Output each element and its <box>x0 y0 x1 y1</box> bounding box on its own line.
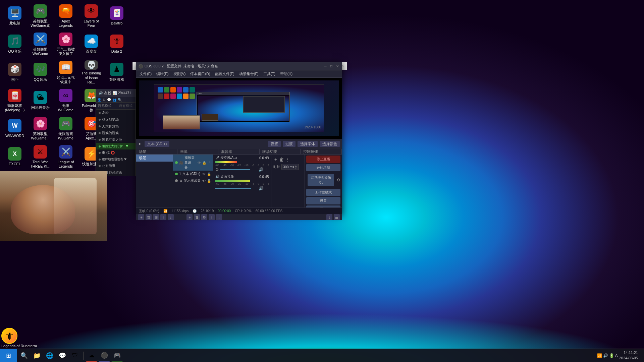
obs-menu-scenecoll[interactable]: 场景集合(F) <box>237 71 261 77</box>
taskbar-network-icon[interactable]: 📶 <box>597 353 602 358</box>
scene-item-beifang[interactable]: 北方街道 <box>96 163 136 169</box>
scene-props-button[interactable]: ⊞ <box>153 214 159 220</box>
virtual-camera-settings-icon[interactable]: ⚙ <box>337 178 340 182</box>
obs-menu-profile[interactable]: 配置文件(F) <box>213 71 236 77</box>
source-more-icon[interactable]: ⋮ <box>208 161 211 165</box>
transitions-duration-input[interactable]: 300 ms ▲ ▼ <box>281 164 299 170</box>
desktop-icon-dota2[interactable]: 🗡 Dota 2 <box>105 31 129 58</box>
taskbar-input-icon[interactable]: A <box>615 353 618 358</box>
desktop-icon-mahjong[interactable]: 🀄 磁器麻将(Mahjong...) <box>3 87 27 114</box>
obs-menu-edit[interactable]: 编辑(E) <box>154 71 171 77</box>
desktop-icon-yuanli[interactable]: 🌸 元气...我被变女孩了 <box>54 31 78 58</box>
desktop-icon-wugame[interactable]: ∞ 无限WuGame <box>54 87 78 114</box>
desktop-icon-wugame2[interactable]: 🎮 无限游戏WuGame <box>54 115 78 142</box>
desktop-icon-isaac[interactable]: 💀 The Binding of Isaac Re... <box>79 59 103 86</box>
scene-item-youfen[interactable]: 友粉 <box>96 110 136 116</box>
studio-mode-button[interactable]: 工作室模式 <box>306 189 340 196</box>
scene-item-posui[interactable]: 破碎地道通道表 ❤ <box>96 156 136 163</box>
mixer-desktop-more-icon[interactable]: ⋮ <box>265 186 269 191</box>
desktop-icon-qqmusic2[interactable]: 🎶 QQ音乐 <box>28 59 52 86</box>
scene-item-gehuolie[interactable]: 格火烈笼场 <box>96 116 136 123</box>
mixer-menu-button[interactable]: ☰ <box>334 214 340 220</box>
scene-item-heilong[interactable]: 黑龙汇集之地 <box>96 136 136 143</box>
source-eye3-icon[interactable]: 👁 <box>202 179 206 183</box>
desktop-icon-layers-of-fear[interactable]: 👁 Layers of Fear <box>79 3 103 29</box>
obs-menu-view[interactable]: 视图(V) <box>171 71 188 77</box>
mixer-mic-mute-icon[interactable]: 🔊 <box>259 167 264 172</box>
desktop-icon-strategy[interactable]: ♟ 策略游戏 <box>105 59 129 86</box>
mixer-add-button[interactable]: ↕ <box>326 214 332 220</box>
obs-menu-help[interactable]: 帮助(H) <box>278 71 294 77</box>
taskbar-files[interactable]: 📁 <box>31 350 43 362</box>
obs-maximize-button[interactable]: □ <box>329 64 334 69</box>
desktop-icon-lol[interactable]: ⚔️ League of Legends <box>54 143 78 170</box>
taskbar-volume-icon[interactable]: 🔊 <box>603 353 608 358</box>
desktop-icon-baidu[interactable]: ☁️ 百度盘 <box>79 31 103 58</box>
mixer-desktop-volume-slider[interactable] <box>215 188 257 189</box>
source-lock-icon[interactable]: 🔒 <box>202 161 206 165</box>
mixer-mic-more-icon[interactable]: ⋮ <box>265 167 269 172</box>
source-lock2-icon[interactable]: 🔒 <box>207 172 211 176</box>
mixer-mic-settings-icon[interactable]: ⚙ <box>215 167 219 172</box>
virtual-camera-button[interactable]: 启动虚拟摄像机 <box>308 174 334 186</box>
add-scene-button[interactable]: ＋ <box>138 214 144 220</box>
taskbar-search[interactable]: 🔍 <box>18 350 30 362</box>
remove-source-button[interactable]: 🗑 <box>194 214 200 220</box>
taskbar-obs[interactable]: ⚫ <box>98 350 110 362</box>
taskbar-battery-icon[interactable]: 🔋 <box>609 353 614 358</box>
scene-item-zhudang[interactable]: 阻挡之大的守护...❤ <box>96 143 136 149</box>
taskbar-chat[interactable]: 💬 <box>56 350 68 362</box>
desktop-icon-apex[interactable]: 🔫 Apex Legends <box>54 3 78 29</box>
source-eye2-icon[interactable]: 👁 <box>202 172 206 176</box>
taskbar-time[interactable]: 14:11:21 2024-03-05 <box>619 350 638 361</box>
source-props-button[interactable]: ⚙ <box>201 214 207 220</box>
source-down-button[interactable]: ↓ <box>216 214 222 220</box>
scene-item-cable[interactable]: 电 缆 ⭕ <box>96 149 136 156</box>
mixer-desktop-mute-icon[interactable]: 🔊 <box>259 186 264 191</box>
taskbar-browser[interactable]: 🌐 <box>44 350 56 362</box>
stop-stream-button[interactable]: 停止直播 <box>306 156 340 163</box>
obs-menu-file[interactable]: 文件(F) <box>138 71 154 77</box>
duration-down-icon[interactable]: ▼ <box>295 167 297 169</box>
source-lock3-icon[interactable]: 🔒 <box>207 179 211 183</box>
desktop-icon-wegame3[interactable]: 🌸 英雄联盟WeGame... <box>28 115 52 142</box>
transitions-del-icon[interactable]: 🗑 <box>279 157 284 162</box>
start-record-button[interactable]: 开始录制 <box>306 164 340 171</box>
scene-item-main[interactable]: 场景 <box>136 155 173 162</box>
move-up-button[interactable]: ↑ <box>160 214 166 220</box>
desktop-icon-computer[interactable]: 🖥️ 此电脑 <box>3 3 27 29</box>
desktop-icon-winword[interactable]: W WINWORD <box>3 115 27 142</box>
desktop-icon-balatro[interactable]: 🃏 Balatro <box>105 3 129 29</box>
move-down-button[interactable]: ↓ <box>168 214 174 220</box>
desktop-icon-excel[interactable]: X EXCEL <box>3 143 27 170</box>
add-source-button[interactable]: ＋ <box>186 214 193 220</box>
desktop-icon-netease[interactable]: 🌥 网易云音乐 <box>28 87 52 114</box>
desktop-icon-wegame2[interactable]: ⚔️ 英雄联盟WeGame <box>28 31 52 58</box>
desktop-icon-wegame[interactable]: 🎮 英雄联盟WeGame桌 <box>28 3 52 29</box>
desktop-icon-qidian[interactable]: 📖 起点...元气恢复中 <box>54 59 78 86</box>
transitions-add-icon[interactable]: ＋ <box>273 157 278 163</box>
taskbar-game[interactable]: 🎮 <box>111 350 123 362</box>
scene-item-wudaguo[interactable]: 无大骨笼场 <box>96 123 136 130</box>
mixer-mic-volume-slider[interactable] <box>220 169 257 170</box>
transitions-more-icon[interactable]: ⋮ <box>285 157 290 162</box>
desktop-icon-qq[interactable]: 🎵 QQ音乐 <box>3 31 27 58</box>
desktop-icon-totalwar[interactable]: ⚔ Total War THREE KI... <box>28 143 52 170</box>
desktop-icon-jidou[interactable]: 🎲 积斗 <box>3 59 27 86</box>
obs-menu-tools[interactable]: 工具(T) <box>261 71 277 77</box>
settings-button[interactable]: 设置 <box>306 197 340 204</box>
obs-select-font-btn[interactable]: 选择字体 <box>298 141 318 147</box>
obs-close-button[interactable]: ✕ <box>335 64 340 69</box>
obs-transitions-btn[interactable]: 过渡 <box>283 141 296 147</box>
taskbar-shield[interactable]: 🛡 <box>69 350 81 362</box>
obs-menu-dock[interactable]: 停本窗口(D) <box>188 71 212 77</box>
source-item-text[interactable]: T 文本 (GDI+) 👁 🔒 <box>173 171 213 177</box>
remove-scene-button[interactable]: 🗑 <box>146 214 152 220</box>
obs-settings-btn[interactable]: 设置 <box>268 141 281 147</box>
source-up-button[interactable]: ↑ <box>209 214 215 220</box>
scene-item-youxideyouxi[interactable]: 游戏的游戏 <box>96 130 136 136</box>
obs-minimize-button[interactable]: ─ <box>323 64 328 69</box>
source-item-camera[interactable]: 🎥 视频采集设备... 👁 🔒 ⋮ <box>173 155 213 171</box>
taskbar-netease[interactable]: ☁ <box>86 350 98 362</box>
obs-gdi-text[interactable]: 文本 (GDI+) <box>145 141 169 147</box>
